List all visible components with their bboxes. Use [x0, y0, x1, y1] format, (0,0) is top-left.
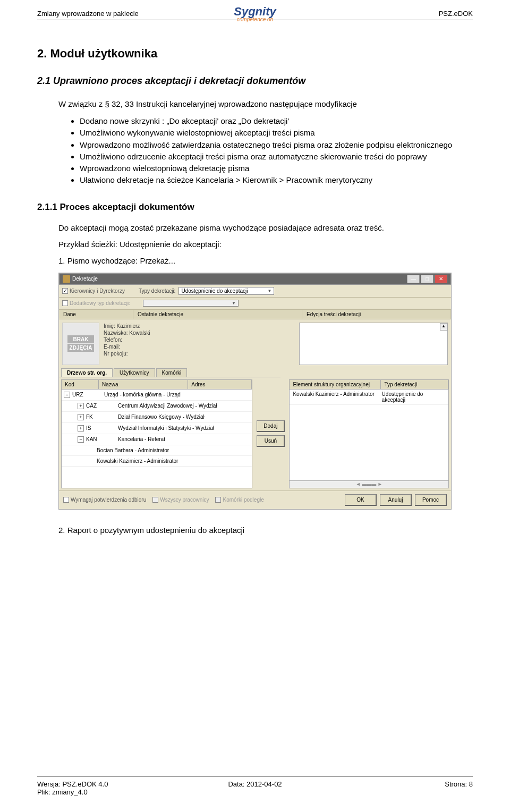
tree-row[interactable]: Kowalski Kazimierz - Administrator — [62, 456, 252, 467]
paragraph: 2. Raport o pozytywnym udostepnieniu do … — [58, 526, 473, 535]
footer-date: Data: 2012-04-02 — [228, 780, 282, 788]
footer-page: Strona: 8 — [445, 780, 473, 796]
tab-uzytkownicy[interactable]: Użytkownicy — [114, 368, 155, 377]
photo-brak-label: BRAK — [67, 335, 95, 343]
minimize-button[interactable]: — — [407, 275, 420, 283]
cell-type: Udostępnienie do akceptacji — [382, 391, 445, 403]
app-icon — [63, 275, 70, 283]
intro-paragraph: W związku z § 32, 33 Instrukcji kancelar… — [58, 99, 473, 108]
maximize-button[interactable]: □ — [421, 275, 434, 283]
tree-nazwa: Kancelaria - Referat — [118, 436, 250, 442]
help-button[interactable]: Pomoc — [415, 494, 447, 506]
expander-icon[interactable]: − — [78, 436, 84, 443]
label-typy: Typy dekretacji: — [139, 288, 175, 294]
tree-nazwa: Dział Finansowo Księgowy - Wydział — [118, 414, 250, 420]
tree-kod: FK — [86, 414, 118, 420]
page-header: Zmiany wprowadzone w pakiecie Sygnity co… — [37, 7, 473, 20]
tree-row[interactable]: − KAN Kancelaria - Referat — [62, 434, 252, 445]
checkbox-wymagaj[interactable]: Wymagaj potwierdzenia odbioru — [63, 497, 146, 503]
brand-sub: competence on — [234, 16, 276, 22]
tree-nazwa: Kowalski Kazimierz - Administrator — [97, 458, 250, 464]
info-label: E-mail: — [104, 343, 150, 350]
select-value: Udostępnienie do akceptacji — [181, 288, 248, 294]
heading-3: 2.1.1 Proces akceptacji dokumentów — [37, 202, 473, 213]
edit-textarea[interactable]: ▲ — [299, 323, 448, 365]
checkbox-label: Wymagaj potwierdzenia odbioru — [71, 497, 146, 503]
expander-icon[interactable]: + — [78, 414, 84, 420]
checkbox-label: Wszyscy pracownicy — [160, 497, 209, 503]
expander-icon[interactable]: − — [64, 392, 70, 398]
tree-row[interactable]: + IS Wydział Informatyki i Statystyki - … — [62, 423, 252, 434]
photo-zdjecia-label: ZDJĘCIA — [67, 344, 95, 352]
list-item: Umożliwiono odrzucenie akceptacji treści… — [80, 151, 473, 162]
list-item: Wprowadzono możliwość zatwierdzania osta… — [80, 140, 473, 150]
checkbox-kierownicy[interactable]: ✓ Kierownicy i Dyrektorzy — [62, 288, 125, 294]
tree-row[interactable]: + CAZ Centrum Aktywizacji Zawodowej - Wy… — [62, 401, 252, 412]
header-left-text: Zmiany wprowadzone w pakiecie — [37, 10, 139, 18]
chevron-down-icon: ▼ — [232, 301, 236, 306]
tree-row[interactable]: + FK Dział Finansowo Księgowy - Wydział — [62, 412, 252, 423]
list-item: Ułatwiono dekretacje na ścieżce Kancelar… — [80, 175, 473, 185]
tab-drzewo[interactable]: Drzewo str. org. — [61, 368, 113, 377]
brand-logo: Sygnity competence on — [234, 5, 276, 22]
tab-komorki[interactable]: Komórki — [156, 368, 188, 377]
checkbox-wszyscy[interactable]: Wszyscy pracownicy — [152, 497, 209, 503]
checkbox-dodatkowy-typ[interactable]: Dodatkowy typ dekretacji: — [62, 300, 130, 306]
heading-2: 2.1 Uprawniono proces akceptacji i dekre… — [37, 75, 473, 87]
chevron-down-icon: ▼ — [267, 289, 271, 293]
tab-bar: Drzewo str. org. Użytkownicy Komórki — [59, 368, 280, 377]
list-item: Umożliwiono wykonywanie wielostopniowej … — [80, 128, 473, 138]
expander-icon[interactable]: + — [78, 425, 84, 432]
expander-icon[interactable]: + — [78, 403, 84, 409]
cell-name: Kowalski Kazimierz - Administrator — [293, 391, 381, 403]
list-item: Wprowadzono wielostopniową dekretację pi… — [80, 163, 473, 174]
footer-file: Plik: zmiany_4.0 — [37, 788, 108, 796]
modification-list: Dodano nowe skrzynki : „Do akceptacji' o… — [80, 116, 473, 186]
paragraph: 1. Pismo wychodzące: Przekaż... — [58, 256, 473, 265]
tree-row[interactable]: Bocian Barbara - Administrator — [62, 445, 252, 456]
header-right-text: PSZ.eDOK — [439, 10, 473, 18]
titlebar: Dekretacje — □ ✕ — [59, 273, 451, 285]
ok-button[interactable]: OK — [345, 494, 377, 506]
horizontal-scrollbar[interactable]: ◄ ▬▬▬ ► — [290, 480, 448, 488]
user-info: Imię: Kazimierz Nazwisko: Kowalski Telef… — [104, 323, 150, 365]
tree-nazwa: Centrum Aktywizacji Zawodowej - Wydział — [118, 403, 250, 409]
tree-kod: IS — [86, 425, 118, 431]
close-button[interactable]: ✕ — [435, 275, 447, 283]
page-footer: Wersja: PSZ.eDOK 4.0 Plik: zmiany_4.0 Da… — [37, 776, 473, 796]
pane-label-dane: Dane — [59, 310, 133, 319]
list-item: Dodano nowe skrzynki : „Do akceptacji' o… — [80, 116, 473, 126]
select-dodatkowy-typ[interactable]: ▼ — [143, 300, 239, 307]
add-button[interactable]: Dodaj — [257, 420, 285, 432]
org-tree-grid[interactable]: Kod Nazwa Adres − URZ Urząd - komórka gł… — [61, 379, 252, 488]
col-header-kod: Kod — [62, 380, 99, 389]
tree-row[interactable]: − URZ Urząd - komórka główna - Urząd — [62, 390, 252, 401]
tree-nazwa: Wydział Informatyki i Statystyki - Wydzi… — [118, 425, 250, 431]
window-title: Dekretacje — [72, 276, 98, 282]
select-typy-dekretacji[interactable]: Udostępnienie do akceptacji ▼ — [178, 287, 274, 295]
col-header-typ: Typ dekretacji — [381, 380, 448, 389]
footer-version: Wersja: PSZ.eDOK 4.0 — [37, 780, 108, 788]
pane-label-ostatnie: Ostatnie dekretacje — [133, 310, 302, 319]
pane-label-edycja: Edycja treści dekretacji — [302, 310, 451, 319]
tree-nazwa: Bocian Barbara - Administrator — [97, 447, 250, 453]
selected-users-grid[interactable]: Element struktury organizacyjnej Typ dek… — [289, 379, 449, 488]
remove-button[interactable]: Usuń — [257, 435, 285, 447]
paragraph: Przykład ścieżki: Udostępnienie do akcep… — [58, 240, 473, 249]
scroll-up-icon[interactable]: ▲ — [440, 323, 447, 331]
col-header-element: Element struktury organizacyjnej — [290, 380, 381, 389]
cancel-button[interactable]: Anuluj — [380, 494, 412, 506]
info-label: Imię: — [104, 323, 115, 329]
tree-nazwa: Urząd - komórka główna - Urząd — [104, 392, 250, 397]
table-row[interactable]: Kowalski Kazimierz - Administrator Udost… — [290, 390, 448, 405]
info-label: Telefon: — [104, 336, 150, 343]
checkbox-podlegle[interactable]: Komórki podległe — [215, 497, 264, 503]
document-body: 2. Moduł użytkownika 2.1 Uprawniono proc… — [0, 20, 510, 553]
info-value: Kazimierz — [116, 323, 140, 329]
heading-1: 2. Moduł użytkownika — [37, 47, 473, 61]
checkbox-label: Kierownicy i Dyrektorzy — [70, 288, 125, 294]
user-photo-placeholder: BRAK ZDJĘCIA — [62, 323, 99, 365]
info-label: Nr pokoju: — [104, 350, 150, 357]
tree-kod: CAZ — [86, 403, 118, 409]
tree-kod: KAN — [86, 436, 118, 442]
